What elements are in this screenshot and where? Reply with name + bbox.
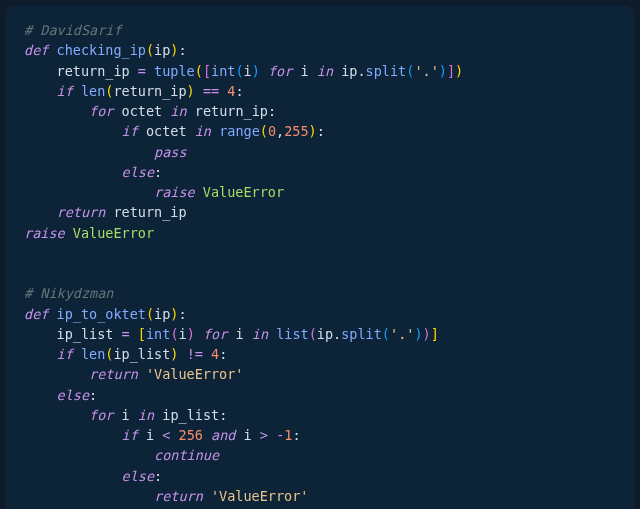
- function-name: ip_to_oktet: [57, 306, 146, 322]
- code-comment: # DavidSarif: [24, 22, 122, 38]
- function-name: checking_ip: [57, 42, 146, 58]
- code-block: # DavidSarif def checking_ip(ip): return…: [6, 6, 634, 509]
- keyword-def: def: [24, 42, 48, 58]
- code-comment: # Nikydzman: [24, 285, 113, 301]
- keyword-def: def: [24, 306, 48, 322]
